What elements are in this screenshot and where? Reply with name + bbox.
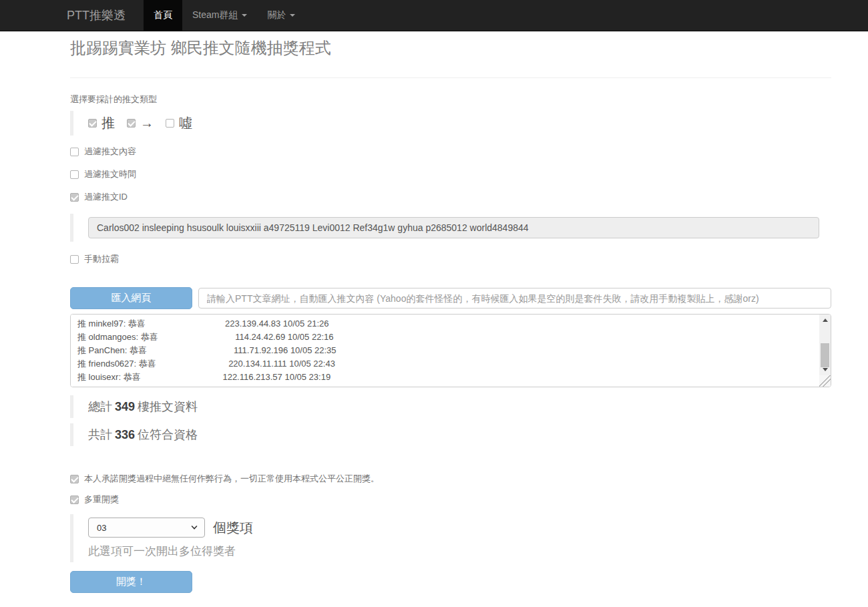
qualified-stat: 共計336位符合資格 xyxy=(70,423,831,446)
textarea-scrollbar[interactable] xyxy=(819,315,831,375)
chevron-down-icon xyxy=(191,524,198,531)
navbar: PTT推樂透 首頁 Steam群組 關於 xyxy=(0,0,868,31)
import-page-button[interactable]: 匯入網頁 xyxy=(70,287,192,309)
nav-item-steam-group[interactable]: Steam群組 xyxy=(182,0,257,31)
multi-draw-label: 多重開獎 xyxy=(84,493,119,505)
boo-checkbox[interactable] xyxy=(166,119,174,128)
filter-content-row[interactable]: 過濾推文內容 xyxy=(70,146,831,158)
nav-item-steam-group-label: Steam群組 xyxy=(192,9,238,21)
push-type-options: 推 → 噓 xyxy=(70,111,831,136)
push-type-option-push[interactable]: 推 xyxy=(88,114,115,132)
scroll-down-icon[interactable] xyxy=(823,368,828,371)
filter-time-checkbox[interactable] xyxy=(70,170,79,179)
qualified-value: 336 xyxy=(115,428,135,441)
total-suffix: 樓推文資料 xyxy=(138,400,198,413)
filter-content-label: 過濾推文內容 xyxy=(84,146,136,158)
push-type-option-boo[interactable]: 噓 xyxy=(166,114,192,132)
nav-item-about-label: 關於 xyxy=(267,9,286,21)
scroll-up-icon[interactable] xyxy=(823,319,828,322)
filter-id-row[interactable]: 過濾推文ID xyxy=(70,191,831,203)
push-type-section-label: 選擇要採計的推文類型 xyxy=(70,93,831,106)
pushes-textarea[interactable]: 推 minkel97: 恭喜 223.139.44.83 10/05 21:26… xyxy=(71,315,818,387)
id-filter-block xyxy=(70,214,831,242)
manual-slot-row[interactable]: 手動拉霸 xyxy=(70,253,831,265)
divider xyxy=(70,77,831,78)
total-pushes-stat: 總計349樓推文資料 xyxy=(70,395,831,418)
resize-grip-icon[interactable] xyxy=(819,375,831,387)
arrow-checkbox[interactable] xyxy=(127,119,136,128)
filter-content-checkbox[interactable] xyxy=(70,148,79,156)
qualified-suffix: 位符合資格 xyxy=(138,428,198,441)
multi-draw-detail: 03 個獎項 此選項可一次開出多位得獎者 xyxy=(70,514,831,562)
push-checkbox[interactable] xyxy=(88,119,97,128)
scrollbar-thumb[interactable] xyxy=(821,343,829,367)
main-content: 批踢踢實業坊 鄉民推文隨機抽獎程式 選擇要採計的推文類型 推 → 噓 過濾推文內… xyxy=(70,31,831,607)
page-title: 批踢踢實業坊 鄉民推文隨機抽獎程式 xyxy=(70,37,831,59)
manual-slot-checkbox[interactable] xyxy=(70,255,79,264)
stats-section: 總計349樓推文資料 共計336位符合資格 xyxy=(70,395,831,446)
push-checkbox-label: 推 xyxy=(101,114,115,132)
caret-down-icon xyxy=(290,14,295,17)
boo-checkbox-label: 噓 xyxy=(179,114,192,132)
prize-count-select[interactable]: 03 xyxy=(88,518,205,538)
total-prefix: 總計 xyxy=(88,400,112,413)
prize-count-value: 03 xyxy=(97,523,106,533)
draw-button[interactable]: 開獎！ xyxy=(70,571,192,593)
pledge-section: 本人承諾開獎過程中絕無任何作弊行為，一切正常使用本程式公平公正開獎。 多重開獎 xyxy=(70,473,831,505)
multi-draw-checkbox[interactable] xyxy=(70,495,79,504)
nav-item-home[interactable]: 首頁 xyxy=(144,0,182,31)
pledge-label: 本人承諾開獎過程中絕無任何作弊行為，一切正常使用本程式公平公正開獎。 xyxy=(84,473,379,485)
nav-item-about[interactable]: 關於 xyxy=(257,0,305,31)
multi-draw-hint: 此選項可一次開出多位得獎者 xyxy=(88,544,831,559)
pledge-checkbox[interactable] xyxy=(70,475,79,483)
push-type-option-arrow[interactable]: → xyxy=(127,116,154,131)
manual-slot-label: 手動拉霸 xyxy=(84,253,119,265)
pledge-row[interactable]: 本人承諾開獎過程中絕無任何作弊行為，一切正常使用本程式公平公正開獎。 xyxy=(70,473,831,485)
nav-item-home-label: 首頁 xyxy=(154,9,172,21)
filter-id-label: 過濾推文ID xyxy=(84,191,128,203)
arrow-checkbox-label: → xyxy=(140,116,154,131)
id-filter-input[interactable] xyxy=(88,217,819,238)
filter-time-row[interactable]: 過濾推文時間 xyxy=(70,168,831,180)
filter-id-checkbox[interactable] xyxy=(70,193,79,202)
caret-down-icon xyxy=(242,14,247,17)
qualified-prefix: 共計 xyxy=(88,428,112,441)
filter-time-label: 過濾推文時間 xyxy=(84,168,136,180)
article-url-input[interactable] xyxy=(198,288,831,309)
brand[interactable]: PTT推樂透 xyxy=(67,0,136,31)
prize-count-unit-label: 個獎項 xyxy=(213,519,253,537)
multi-draw-row[interactable]: 多重開獎 xyxy=(70,493,831,505)
import-row: 匯入網頁 xyxy=(70,287,831,309)
pushes-textarea-wrap: 推 minkel97: 恭喜 223.139.44.83 10/05 21:26… xyxy=(70,314,831,387)
filter-options: 過濾推文內容 過濾推文時間 過濾推文ID xyxy=(70,146,831,203)
total-value: 349 xyxy=(115,400,135,413)
